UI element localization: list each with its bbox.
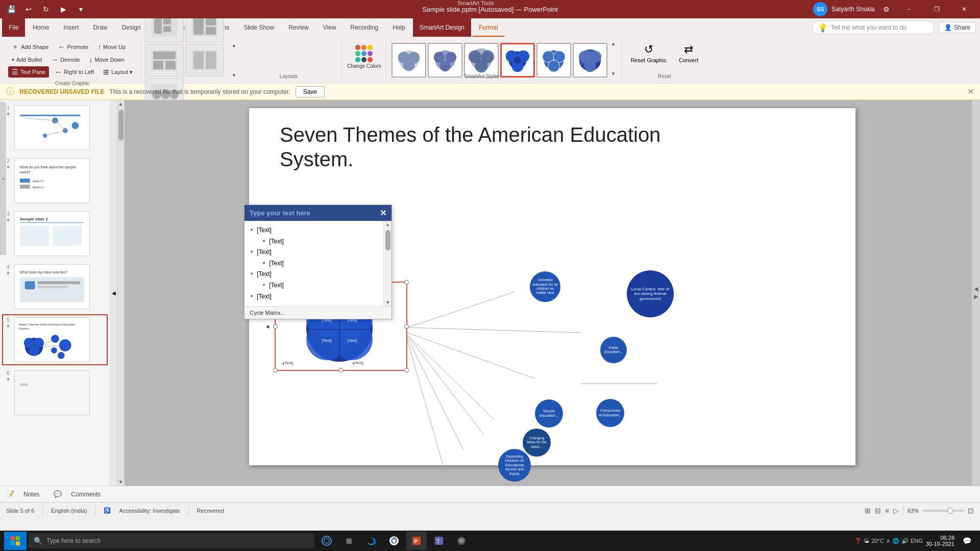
slide-thumb-5[interactable]: 5 ★ Seven Themes of the American Educati… bbox=[2, 314, 108, 365]
text-pane-item-1: • [Text] bbox=[251, 225, 377, 236]
move-up-button[interactable]: ↑ Move Up bbox=[94, 41, 129, 53]
notes-label: Notes bbox=[23, 491, 39, 498]
minimize-button[interactable]: − bbox=[897, 0, 921, 18]
canvas-scroll-down[interactable]: ▼ bbox=[117, 478, 124, 486]
restore-button[interactable]: ❐ bbox=[925, 0, 948, 18]
slide-panel-collapse[interactable]: ◀ bbox=[110, 100, 117, 486]
ribbon-row-1: ＋ Add Shape ← Promote ↑ Move Up bbox=[8, 41, 129, 53]
presentation-qat-button[interactable]: ▶ bbox=[56, 2, 70, 16]
svg-text:What does my inbox look like?: What does my inbox look like? bbox=[20, 270, 67, 274]
slide-thumb-2[interactable]: 2 ★ What do you think about the sample e… bbox=[2, 155, 108, 206]
zoom-slider[interactable] bbox=[923, 510, 964, 512]
tab-home[interactable]: Home bbox=[26, 18, 56, 37]
slide-thumb-3[interactable]: 3 ★ Sample slide 2 bbox=[2, 208, 108, 259]
tell-me-input[interactable]: 💡 Tell me what you want to do bbox=[812, 21, 935, 34]
redo-button[interactable]: ↻ bbox=[39, 2, 53, 16]
taskbar-extra[interactable] bbox=[451, 532, 472, 550]
tab-draw[interactable]: Draw bbox=[86, 18, 114, 37]
tab-file[interactable]: File bbox=[2, 18, 25, 37]
tab-design[interactable]: Design bbox=[115, 18, 147, 37]
canvas-scroll-thumb[interactable] bbox=[118, 110, 124, 140]
chrome-icon bbox=[389, 536, 399, 546]
taskbar-task-view[interactable]: ⊞ bbox=[339, 532, 359, 550]
recovery-save-button[interactable]: Save bbox=[296, 86, 325, 97]
options-button[interactable]: ⚙ bbox=[879, 2, 893, 16]
text-pane-close-button[interactable]: ✕ bbox=[380, 208, 386, 218]
add-bullet-icon: • bbox=[12, 56, 14, 64]
handle-br[interactable] bbox=[404, 368, 409, 372]
tray-chevron[interactable]: ∧ bbox=[886, 538, 890, 544]
tab-smartart-design[interactable]: SmartArt Design bbox=[413, 18, 471, 37]
taskbar-cortana[interactable] bbox=[316, 532, 337, 550]
view-reading-button[interactable]: ≡ bbox=[885, 507, 889, 515]
tab-review[interactable]: Review bbox=[282, 18, 315, 37]
svg-point-24 bbox=[434, 52, 445, 62]
handle-tr[interactable] bbox=[404, 280, 409, 285]
svg-rect-7 bbox=[206, 27, 216, 35]
layout-item-4[interactable] bbox=[185, 44, 224, 77]
demote-button[interactable]: → Demote bbox=[47, 54, 84, 65]
close-button[interactable]: ✕ bbox=[952, 0, 976, 18]
taskbar-search[interactable]: 🔍 Type here to search bbox=[29, 533, 314, 548]
layout-item-3[interactable] bbox=[145, 44, 184, 77]
move-down-button[interactable]: ↓ Move Down bbox=[86, 54, 128, 65]
handle-mr[interactable] bbox=[404, 324, 409, 329]
view-presenter-button[interactable]: ▷ bbox=[893, 507, 899, 515]
start-button[interactable] bbox=[4, 532, 27, 550]
expand-left-arrow[interactable]: ◄ bbox=[264, 323, 271, 330]
view-slide-sorter-button[interactable]: ⊟ bbox=[875, 507, 881, 515]
add-bullet-button[interactable]: • Add Bullet bbox=[8, 54, 45, 65]
handle-ml[interactable] bbox=[273, 324, 278, 329]
tab-view[interactable]: View bbox=[316, 18, 343, 37]
svg-rect-44 bbox=[15, 106, 89, 150]
tab-format[interactable]: Format bbox=[472, 18, 505, 37]
taskbar-edge[interactable] bbox=[361, 532, 382, 550]
reset-graphic-button[interactable]: ↺ Reset Graphic bbox=[626, 41, 670, 65]
layouts-scroll-up[interactable]: ▲ bbox=[229, 42, 238, 48]
canvas-scroll-up[interactable]: ▲ bbox=[117, 100, 124, 108]
convert-button[interactable]: ⇄ Convert bbox=[675, 41, 703, 65]
undo-button[interactable]: ↩ bbox=[21, 2, 36, 16]
tab-recording[interactable]: Recording bbox=[344, 18, 385, 37]
layout-button[interactable]: ⊞ Layout ▾ bbox=[100, 66, 136, 78]
taskbar-powerpoint[interactable]: P bbox=[406, 532, 427, 550]
taskbar-chrome[interactable] bbox=[384, 532, 404, 550]
tab-help[interactable]: Help bbox=[386, 18, 412, 37]
text-pane-scrollbar[interactable]: ▲ ▼ bbox=[383, 221, 391, 306]
share-button[interactable]: 👤Share bbox=[939, 22, 976, 33]
smartart-styles-scroll-up[interactable]: ▲ bbox=[608, 41, 618, 46]
zoom-thumb[interactable] bbox=[947, 508, 953, 514]
taskbar-teams[interactable]: T bbox=[429, 532, 449, 550]
tab-insert[interactable]: Insert bbox=[57, 18, 85, 37]
right-panel-arrows[interactable]: ◀ ▶ bbox=[972, 100, 980, 486]
canvas-vscroll[interactable]: ▲ ▼ bbox=[117, 100, 125, 486]
handle-bc[interactable] bbox=[339, 368, 344, 372]
taskbar-apps: ⊞ P bbox=[316, 532, 472, 550]
qat-dropdown[interactable]: ▾ bbox=[74, 2, 88, 16]
svg-rect-11 bbox=[165, 61, 176, 69]
save-qat-button[interactable]: 💾 bbox=[4, 2, 18, 16]
layouts-scroll-down[interactable]: ▼ bbox=[229, 72, 238, 78]
sep-4 bbox=[903, 506, 903, 516]
slide-thumb-4[interactable]: 4 ★ What does my inbox look like? bbox=[2, 261, 108, 312]
zoom-fit-button[interactable]: ⊡ bbox=[968, 507, 974, 515]
add-shape-button[interactable]: ＋ Add Shape bbox=[8, 41, 52, 53]
right-to-left-button[interactable]: ↔ Right to Left bbox=[51, 66, 97, 78]
change-colors-button[interactable]: Change Colors bbox=[346, 41, 382, 71]
svg-point-35 bbox=[514, 57, 522, 64]
text-pane-scroll-down[interactable]: ▼ bbox=[384, 299, 391, 306]
notification-button[interactable]: 💬 bbox=[958, 532, 976, 550]
text-pane-scroll-thumb[interactable] bbox=[385, 230, 390, 251]
handle-bl[interactable] bbox=[273, 368, 278, 372]
view-normal-button[interactable]: ⊞ bbox=[865, 507, 871, 515]
text-pane-button[interactable]: ☰ Text Pane bbox=[8, 66, 49, 78]
recovery-label: RECOVERED UNSAVED FILE bbox=[19, 88, 104, 95]
tab-slideshow[interactable]: Slide Show bbox=[237, 18, 281, 37]
text-pane-scroll-up[interactable]: ▲ bbox=[384, 221, 391, 228]
promote-button[interactable]: ← Promote bbox=[54, 41, 92, 53]
slide-thumb-1[interactable]: 1 ★ bbox=[2, 102, 108, 153]
user-avatar[interactable]: SS bbox=[813, 2, 827, 16]
recovery-close-button[interactable]: ✕ bbox=[967, 87, 974, 96]
svg-text:Option 2: Option 2 bbox=[33, 186, 44, 189]
slide-thumb-6[interactable]: 6 ★ slide bbox=[2, 367, 108, 418]
